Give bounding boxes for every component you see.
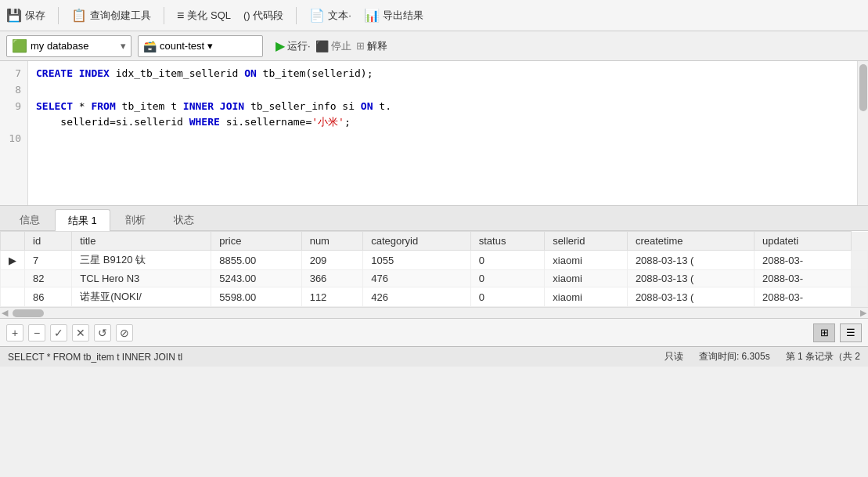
- h-scroll-thumb[interactable]: [13, 309, 44, 317]
- cell-createtime[interactable]: 2088-03-13 (: [627, 251, 754, 270]
- cell-sellerid[interactable]: xiaomi: [545, 251, 628, 270]
- cell-sellerid[interactable]: xiaomi: [545, 270, 628, 287]
- tab-profile-label: 剖析: [125, 213, 146, 227]
- code-editor[interactable]: CREATE INDEX idx_tb_item_sellerid ON tb_…: [28, 61, 857, 205]
- bottom-toolbar: + − ✓ ✕ ↺ ⊘ ⊞ ☰: [0, 318, 868, 346]
- editor-scrollbar-thumb[interactable]: [859, 64, 867, 111]
- remove-row-button[interactable]: −: [28, 324, 45, 341]
- tab-info-label: 信息: [20, 213, 40, 227]
- cell-sellerid[interactable]: xiaomi: [545, 287, 628, 307]
- toolbar-sep-1: [58, 7, 59, 24]
- export-icon: 📊: [364, 8, 380, 23]
- cell-num[interactable]: 366: [301, 270, 363, 287]
- cell-updatetime[interactable]: 2088-03-: [754, 251, 851, 270]
- cell-id[interactable]: 86: [25, 287, 72, 307]
- stop-button[interactable]: ⬛ 停止: [315, 39, 351, 53]
- tab-result1[interactable]: 结果 1: [55, 209, 110, 231]
- cell-id[interactable]: 82: [25, 270, 72, 287]
- table-name-label: count-test: [160, 40, 204, 52]
- list-icon: ☰: [846, 327, 855, 338]
- database-selector[interactable]: 🟩 my database ▾: [6, 35, 131, 57]
- run-button[interactable]: ▶ 运行·: [276, 38, 311, 53]
- cell-id[interactable]: 7: [25, 251, 72, 270]
- status-sql-text: SELECT * FROM tb_item t INNER JOIN tl: [8, 352, 649, 363]
- row-marker-cell: ▶: [1, 251, 25, 270]
- save-icon: 💾: [6, 8, 22, 23]
- cell-title[interactable]: 诺基亚(NOKI/: [72, 287, 211, 307]
- run-label: 运行·: [287, 39, 311, 53]
- play-icon: ▶: [276, 38, 285, 53]
- add-row-button[interactable]: +: [6, 324, 23, 341]
- text-button[interactable]: 📄 文本·: [309, 8, 351, 23]
- table-row[interactable]: 82TCL Hero N35243.003664760xiaomi2088-03…: [1, 270, 868, 287]
- cell-updatetime[interactable]: 2088-03-: [754, 287, 851, 307]
- grid-view-button[interactable]: ⊞: [813, 323, 835, 342]
- explain-button[interactable]: ⊞ 解释: [356, 39, 387, 53]
- result-table: id title price num categoryid status sel…: [0, 231, 868, 307]
- col-sellerid: sellerid: [545, 232, 628, 251]
- cell-categoryid[interactable]: 426: [363, 287, 471, 307]
- cell-extra: [852, 251, 868, 270]
- db-bar: 🟩 my database ▾ 🗃️ count-test ▾ ▶ 运行· ⬛ …: [0, 31, 868, 61]
- refresh-icon: ↺: [98, 327, 107, 339]
- db-icon: 🟩: [12, 38, 27, 53]
- table-row[interactable]: 86诺基亚(NOKI/5598.001124260xiaomi2088-03-1…: [1, 287, 868, 307]
- line-num-blank: [0, 114, 27, 131]
- query-create-tool-button[interactable]: 📋 查询创建工具: [71, 8, 151, 23]
- cell-categoryid[interactable]: 1055: [363, 251, 471, 270]
- cell-categoryid[interactable]: 476: [363, 270, 471, 287]
- horizontal-scrollbar[interactable]: ◀ ▶: [0, 307, 868, 318]
- table-row[interactable]: ▶7三星 B9120 钛8855.0020910550xiaomi2088-03…: [1, 251, 868, 270]
- tab-profile[interactable]: 剖析: [112, 208, 159, 230]
- cell-title[interactable]: 三星 B9120 钛: [72, 251, 211, 270]
- confirm-button[interactable]: ✓: [50, 324, 67, 341]
- cell-price[interactable]: 8855.00: [211, 251, 301, 270]
- code-snippet-button[interactable]: () 代码段: [243, 9, 283, 23]
- tab-status[interactable]: 状态: [160, 208, 207, 230]
- col-price: price: [211, 232, 301, 251]
- cell-createtime[interactable]: 2088-03-13 (: [627, 287, 754, 307]
- data-table-wrap: id title price num categoryid status sel…: [0, 231, 868, 318]
- cell-status[interactable]: 0: [470, 287, 545, 307]
- cell-num[interactable]: 112: [301, 287, 363, 307]
- main-toolbar: 💾 保存 📋 查询创建工具 ≡ 美化 SQL () 代码段 📄 文本· 📊 导出…: [0, 0, 868, 31]
- cell-num[interactable]: 209: [301, 251, 363, 270]
- db-name-label: my database: [31, 40, 88, 52]
- list-view-button[interactable]: ☰: [840, 323, 862, 342]
- line-num-7: 7: [0, 66, 27, 82]
- tab-result1-label: 结果 1: [68, 214, 97, 228]
- data-table-container[interactable]: id title price num categoryid status sel…: [0, 231, 868, 307]
- cancel-edit-button[interactable]: ✕: [72, 324, 89, 341]
- tab-info[interactable]: 信息: [6, 208, 53, 230]
- col-categoryid: categoryid: [363, 232, 471, 251]
- text-icon: 📄: [309, 8, 325, 23]
- cell-status[interactable]: 0: [470, 270, 545, 287]
- col-id: id: [25, 232, 72, 251]
- save-button[interactable]: 💾 保存: [6, 8, 45, 23]
- col-status: status: [470, 232, 545, 251]
- cell-price[interactable]: 5243.00: [211, 270, 301, 287]
- col-marker: [1, 232, 25, 251]
- no-edit-button[interactable]: ⊘: [116, 324, 133, 341]
- cell-status[interactable]: 0: [470, 251, 545, 270]
- refresh-button[interactable]: ↺: [94, 324, 111, 341]
- toolbar-sep-3: [296, 7, 297, 24]
- grid-icon: ⊞: [820, 327, 829, 338]
- remove-icon: −: [34, 327, 40, 339]
- table-selector[interactable]: 🗃️ count-test ▾: [138, 35, 263, 57]
- cell-updatetime[interactable]: 2088-03-: [754, 270, 851, 287]
- confirm-icon: ✓: [54, 327, 63, 339]
- editor-scrollbar[interactable]: [857, 61, 868, 205]
- export-label: 导出结果: [383, 9, 423, 23]
- cell-price[interactable]: 5598.00: [211, 287, 301, 307]
- cell-extra: [852, 270, 868, 287]
- beautify-sql-button[interactable]: ≡ 美化 SQL: [177, 9, 231, 23]
- line-num-9: 9: [0, 99, 27, 115]
- export-button[interactable]: 📊 导出结果: [364, 8, 423, 23]
- cell-title[interactable]: TCL Hero N3: [72, 270, 211, 287]
- col-num: num: [301, 232, 363, 251]
- save-label: 保存: [25, 9, 45, 23]
- cell-createtime[interactable]: 2088-03-13 (: [627, 270, 754, 287]
- col-createtime: createtime: [627, 232, 754, 251]
- row-marker-cell: [1, 270, 25, 287]
